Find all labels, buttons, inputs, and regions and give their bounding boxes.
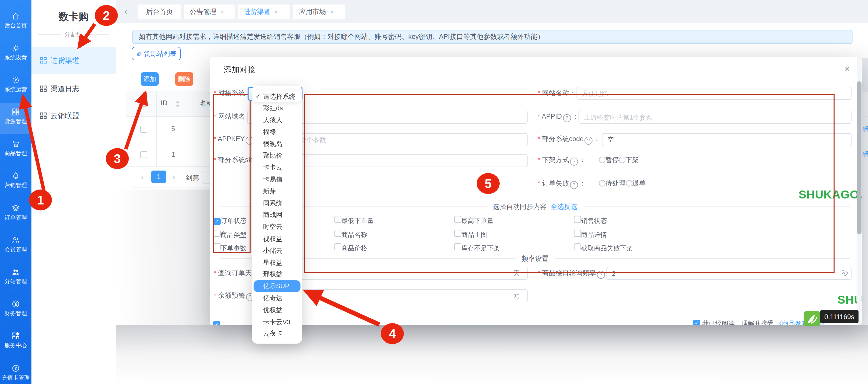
dropdown-option[interactable]: 卡易信 xyxy=(252,174,302,185)
delete-button[interactable]: 删除 xyxy=(175,72,193,86)
sidebar-item-members[interactable]: 会员管理 xyxy=(0,236,31,253)
close-tab-icon[interactable]: × xyxy=(221,8,224,15)
column-header-id[interactable]: ID xyxy=(161,99,167,107)
dropdown-option[interactable]: 亿奇达 xyxy=(252,292,302,304)
dropdown-option[interactable]: 邢权益 xyxy=(252,269,302,281)
page-next-icon[interactable]: › xyxy=(173,173,175,181)
submenu-divider: 分割线 xyxy=(38,30,109,39)
operations-icon xyxy=(11,76,20,84)
dropdown-option[interactable]: 新芽 xyxy=(252,185,302,198)
dropdown-option[interactable]: 大猿人 xyxy=(252,114,302,126)
select-all-checkbox[interactable] xyxy=(140,100,147,107)
home-icon xyxy=(11,12,20,21)
annotation-circle-4: 4 xyxy=(381,323,404,344)
dropdown-option[interactable]: 卡卡云 xyxy=(252,162,302,174)
tab-app-market[interactable]: 应用市场× xyxy=(293,4,345,20)
modal-scrollbar-thumb[interactable] xyxy=(857,81,862,234)
dropdown-option[interactable]: 星权益 xyxy=(252,256,302,269)
sidebar-item-operations[interactable]: 系统运营 xyxy=(0,76,31,93)
sort-caret-up-icon[interactable] xyxy=(176,101,180,103)
tab-purchase-channel[interactable]: 进货渠道× xyxy=(238,4,290,20)
sidebar-item-finance[interactable]: 财务管理 xyxy=(0,300,31,317)
dropdown-option[interactable]: 商战网 xyxy=(252,209,302,221)
row-divider xyxy=(862,116,868,117)
sidebar-item-marketing[interactable]: 营销管理 xyxy=(0,172,31,189)
row-divider xyxy=(126,166,210,167)
user-icon xyxy=(11,236,20,244)
table-header xyxy=(126,91,210,116)
dropdown-option[interactable]: 聚比价 xyxy=(252,150,302,162)
jump-to-page-label: 到第 xyxy=(186,174,199,182)
dropdown-option[interactable]: 卡卡云V3 xyxy=(252,316,302,328)
dropdown-option[interactable]: 时空云 xyxy=(252,221,302,233)
annotation-circle-2: 2 xyxy=(95,5,118,26)
modal-close-icon[interactable]: × xyxy=(844,64,850,74)
tab-announcements[interactable]: 公告管理× xyxy=(184,4,235,20)
users-icon xyxy=(11,268,20,276)
dropdown-option[interactable]: 彩虹ds xyxy=(252,103,302,114)
dropdown-option-highlighted[interactable]: 亿乐SUP xyxy=(254,281,301,292)
close-tab-icon[interactable]: × xyxy=(275,8,278,15)
annotation-circle-1: 1 xyxy=(29,189,52,210)
dropdown-option[interactable]: 同系统 xyxy=(252,197,302,209)
row-checkbox[interactable] xyxy=(140,151,147,158)
gear-icon xyxy=(11,44,20,53)
table-cell-id: 1 xyxy=(172,151,176,158)
close-tab-icon[interactable]: × xyxy=(330,8,334,15)
dropdown-option[interactable]: 福禄 xyxy=(252,126,302,138)
sidebar-item-dashboard[interactable]: 后台首页 xyxy=(0,12,31,29)
row-checkbox[interactable] xyxy=(140,126,147,133)
annotation-circle-5: 5 xyxy=(477,173,500,194)
sidebar-item-orders[interactable]: 订单管理 xyxy=(0,204,31,221)
row-divider xyxy=(862,142,868,142)
page-prev-icon[interactable]: ‹ xyxy=(141,173,144,181)
sidebar-item-products[interactable]: 商品管理 xyxy=(0,140,31,157)
dropdown-option[interactable]: 优权益 xyxy=(252,304,302,316)
yuan-circle-icon xyxy=(11,300,20,308)
link-icon xyxy=(136,50,142,57)
recharge-card-icon xyxy=(11,364,20,373)
check-icon: ✓ xyxy=(255,91,260,103)
dropdown-option[interactable]: 云夜卡 xyxy=(252,328,302,340)
source-site-list-button[interactable]: 货源站列表 xyxy=(132,47,181,60)
leaf-icon xyxy=(804,311,820,328)
annotation-rect-main xyxy=(304,94,835,273)
unit-seconds: 秒 xyxy=(841,269,848,278)
agree-checkbox[interactable] xyxy=(213,321,220,325)
table-edge-header xyxy=(862,58,868,92)
tabs-back-chevron-icon[interactable]: ‹ xyxy=(124,6,127,17)
dropdown-option[interactable]: 小储云 xyxy=(252,245,302,257)
system-dropdown-menu: ✓请选择系统 彩虹ds 大猿人 福禄 恨晚岛 聚比价 卡卡云 卡易信 新芽 同系… xyxy=(252,85,302,344)
flame-icon xyxy=(11,172,20,180)
supply-grid-icon xyxy=(11,108,20,116)
modal-shadow-left xyxy=(116,189,210,325)
agree-checkbox[interactable] xyxy=(693,320,700,325)
sort-caret-down-icon[interactable] xyxy=(176,105,180,107)
page-number-button[interactable]: 1 xyxy=(151,171,166,183)
column-divider xyxy=(196,91,196,166)
submenu-item-purchase-channel[interactable]: 进货渠道 xyxy=(31,47,116,74)
page: 编辑 编辑 ‹ 后台首页 公告管理× 进货渠道× 应用市场× 如有其他网站对接需… xyxy=(0,0,868,384)
annotation-rect-left xyxy=(213,94,251,253)
sidebar-item-settings[interactable]: 系统设置 xyxy=(0,44,31,61)
row-divider xyxy=(126,142,210,142)
add-button[interactable]: 添加 xyxy=(141,72,159,86)
cart-icon xyxy=(11,140,20,148)
sidebar-item-service-center[interactable]: 服务中心 xyxy=(0,331,31,349)
annotation-circle-3: 3 xyxy=(106,148,129,169)
table-cell-id: 5 xyxy=(171,125,175,133)
modal-title: 添加对接 xyxy=(224,65,255,75)
dropdown-option-selected[interactable]: ✓请选择系统 xyxy=(253,91,301,103)
load-time-badge: 0.111169s xyxy=(820,310,859,323)
submenu-item-channel-log[interactable]: 渠道日志 xyxy=(31,82,116,96)
tab-dashboard[interactable]: 后台首页 xyxy=(138,4,181,20)
dropdown-option[interactable]: 恨晚岛 xyxy=(252,138,302,150)
sidebar-item-substations[interactable]: 分站管理 xyxy=(0,268,31,285)
dropdown-option[interactable]: 视权益 xyxy=(252,233,302,245)
submenu-item-cloud-alliance[interactable]: 云销联盟 xyxy=(31,109,116,123)
sidebar-item-recharge-cards[interactable]: 充值卡管理 xyxy=(0,364,31,382)
modal-shadow-bottom xyxy=(116,325,868,384)
layers-icon xyxy=(11,204,20,212)
sidebar-item-supply[interactable]: 货源管理 xyxy=(0,108,31,125)
service-grid-icon xyxy=(11,331,20,340)
